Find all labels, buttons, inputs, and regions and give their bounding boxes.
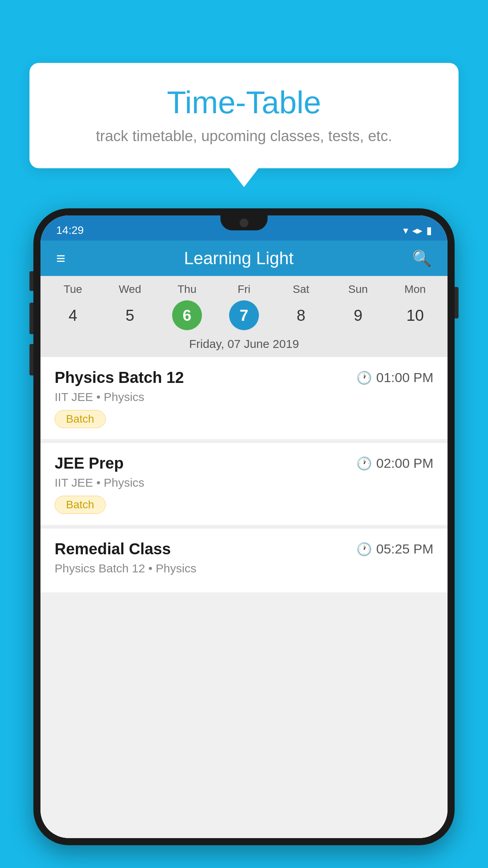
event-name-2: JEE Prep xyxy=(55,454,124,472)
day-label-thu: Thu xyxy=(167,283,207,296)
event-time-value-3: 05:25 PM xyxy=(376,541,433,557)
selected-date-label: Friday, 07 June 2019 xyxy=(40,337,448,357)
search-icon[interactable]: 🔍 xyxy=(412,249,432,268)
event-time-1: 🕐 01:00 PM xyxy=(356,370,433,385)
date-4[interactable]: 4 xyxy=(58,300,88,330)
app-bar-title: Learning Light xyxy=(184,248,294,268)
event-card-3[interactable]: Remedial Class 🕐 05:25 PM Physics Batch … xyxy=(40,528,448,592)
speech-bubble-card: Time-Table track timetable, upcoming cla… xyxy=(29,63,459,168)
event-time-3: 🕐 05:25 PM xyxy=(356,541,433,557)
date-7-selected[interactable]: 7 xyxy=(229,300,259,330)
clock-icon-1: 🕐 xyxy=(356,370,372,385)
event-header-3: Remedial Class 🕐 05:25 PM xyxy=(55,540,433,558)
event-time-value-2: 02:00 PM xyxy=(376,456,433,471)
phone-btn-right xyxy=(455,287,459,318)
phone-btn-left1 xyxy=(29,271,33,291)
bubble-title: Time-Table xyxy=(53,85,435,121)
status-icons: ▾ ◂▸ ▮ xyxy=(403,224,432,237)
battery-icon: ▮ xyxy=(426,224,432,237)
phone-wrapper: 14:29 ▾ ◂▸ ▮ ≡ Learning Light 🔍 Tue Wed … xyxy=(33,208,455,868)
event-header-1: Physics Batch 12 🕐 01:00 PM xyxy=(55,369,433,386)
day-label-sun: Sun xyxy=(338,283,378,296)
clock-icon-2: 🕐 xyxy=(356,456,372,471)
event-name-3: Remedial Class xyxy=(55,540,171,558)
date-5[interactable]: 5 xyxy=(115,300,145,330)
event-header-2: JEE Prep 🕐 02:00 PM xyxy=(55,454,433,472)
event-card-1[interactable]: Physics Batch 12 🕐 01:00 PM IIT JEE • Ph… xyxy=(40,357,448,439)
event-time-2: 🕐 02:00 PM xyxy=(356,456,433,471)
signal-icon: ◂▸ xyxy=(412,224,422,237)
clock-icon-3: 🕐 xyxy=(356,542,372,557)
phone-screen: 14:29 ▾ ◂▸ ▮ ≡ Learning Light 🔍 Tue Wed … xyxy=(40,215,448,838)
event-name-1: Physics Batch 12 xyxy=(55,369,184,386)
date-10[interactable]: 10 xyxy=(400,300,430,330)
day-label-wed: Wed xyxy=(110,283,150,296)
hamburger-icon[interactable]: ≡ xyxy=(56,250,65,266)
batch-badge-1: Batch xyxy=(55,410,106,428)
events-list: Physics Batch 12 🕐 01:00 PM IIT JEE • Ph… xyxy=(40,357,448,838)
calendar-dates: 4 5 6 7 8 9 10 xyxy=(40,299,448,337)
event-meta-2: IIT JEE • Physics xyxy=(55,476,433,489)
bubble-subtitle: track timetable, upcoming classes, tests… xyxy=(53,128,435,145)
event-time-value-1: 01:00 PM xyxy=(376,370,433,385)
event-meta-1: IIT JEE • Physics xyxy=(55,390,433,404)
date-8[interactable]: 8 xyxy=(286,300,316,330)
calendar-days-header: Tue Wed Thu Fri Sat Sun Mon xyxy=(40,276,448,299)
day-label-sat: Sat xyxy=(281,283,321,296)
phone-notch xyxy=(220,215,268,230)
phone-btn-left3 xyxy=(29,344,33,375)
calendar-strip: Tue Wed Thu Fri Sat Sun Mon 4 5 6 7 8 9 … xyxy=(40,276,448,357)
app-bar: ≡ Learning Light 🔍 xyxy=(40,241,448,276)
day-label-tue: Tue xyxy=(53,283,93,296)
date-6-today[interactable]: 6 xyxy=(172,300,202,330)
event-card-2[interactable]: JEE Prep 🕐 02:00 PM IIT JEE • Physics Ba… xyxy=(40,443,448,525)
day-label-mon: Mon xyxy=(395,283,435,296)
wifi-icon: ▾ xyxy=(403,224,408,237)
status-time: 14:29 xyxy=(56,224,84,237)
date-9[interactable]: 9 xyxy=(343,300,373,330)
batch-badge-2: Batch xyxy=(55,496,106,514)
phone-btn-left2 xyxy=(29,303,33,334)
phone-camera xyxy=(240,219,248,227)
event-meta-3: Physics Batch 12 • Physics xyxy=(55,562,433,575)
day-label-fri: Fri xyxy=(224,283,264,296)
phone-outer: 14:29 ▾ ◂▸ ▮ ≡ Learning Light 🔍 Tue Wed … xyxy=(33,208,455,845)
